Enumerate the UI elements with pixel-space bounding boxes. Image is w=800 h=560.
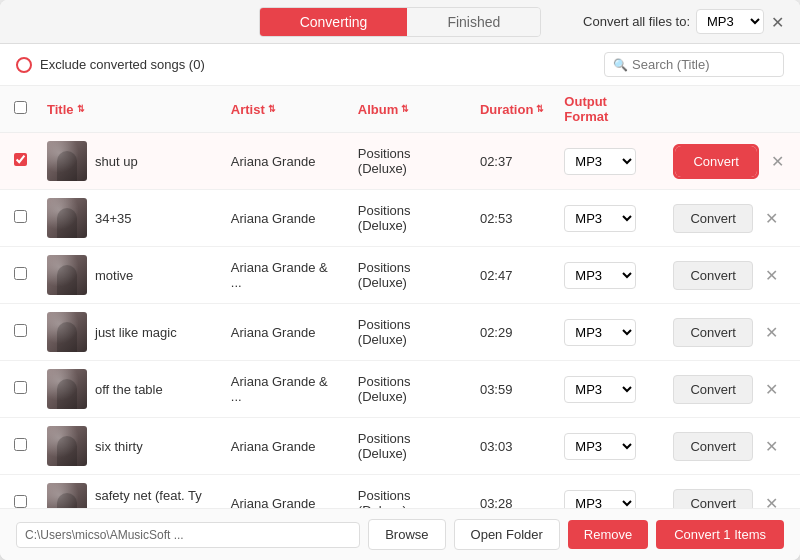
title-cell: 34+35 — [37, 190, 221, 247]
delete-button-7[interactable]: ✕ — [759, 492, 784, 509]
tab-converting[interactable]: Converting — [260, 8, 408, 36]
row-checkbox-7[interactable] — [14, 495, 27, 508]
album-sort-icon: ⇅ — [401, 104, 409, 114]
convert-button-7[interactable]: Convert — [673, 489, 753, 509]
convert-all-label: Convert all files to: — [583, 14, 690, 29]
convert-button-2[interactable]: Convert — [673, 204, 753, 233]
song-cell: just like magic — [47, 312, 211, 352]
convert-action-group: Convert✕ — [673, 375, 790, 404]
search-box[interactable]: 🔍 — [604, 52, 784, 77]
convert-button-4[interactable]: Convert — [673, 318, 753, 347]
row-checkbox-1[interactable] — [14, 153, 27, 166]
title-cell: motive — [37, 247, 221, 304]
tab-finished[interactable]: Finished — [407, 8, 540, 36]
checkbox-cell — [0, 475, 37, 509]
album-cell: Positions (Deluxe) — [348, 418, 470, 475]
table-row: shut up Ariana GrandePositions (Deluxe)0… — [0, 133, 800, 190]
song-title: motive — [95, 268, 133, 283]
delete-button-4[interactable]: ✕ — [759, 321, 784, 344]
duration-cell: 03:59 — [470, 361, 554, 418]
header-output-format: Output Format — [554, 86, 663, 133]
duration-cell: 02:37 — [470, 133, 554, 190]
convert-action-group: Convert✕ — [673, 261, 790, 290]
delete-button-5[interactable]: ✕ — [759, 378, 784, 401]
convert-btn-highlight-wrapper: Convert — [673, 144, 759, 179]
delete-button-1[interactable]: ✕ — [765, 150, 790, 173]
action-cell: Convert✕ — [663, 418, 800, 475]
convert-items-button[interactable]: Convert 1 Items — [656, 520, 784, 549]
action-cell: Convert✕ — [663, 361, 800, 418]
checkbox-cell — [0, 418, 37, 475]
artist-sort-icon: ⇅ — [268, 104, 276, 114]
remove-button[interactable]: Remove — [568, 520, 648, 549]
convert-all-format-select[interactable]: MP3 AAC FLAC WAV — [696, 9, 764, 34]
format-select-3[interactable]: MP3AACFLACWAV — [564, 262, 636, 289]
convert-button-6[interactable]: Convert — [673, 432, 753, 461]
format-select-4[interactable]: MP3AACFLACWAV — [564, 319, 636, 346]
duration-cell: 02:47 — [470, 247, 554, 304]
song-table: Title ⇅ Artist ⇅ Album ⇅ — [0, 86, 800, 508]
song-title: safety net (feat. Ty ... — [95, 488, 211, 508]
convert-all-section: Convert all files to: MP3 AAC FLAC WAV — [583, 9, 764, 34]
header-duration[interactable]: Duration ⇅ — [470, 86, 554, 133]
song-cell: motive — [47, 255, 211, 295]
title-cell: six thirty — [37, 418, 221, 475]
format-select-5[interactable]: MP3AACFLACWAV — [564, 376, 636, 403]
song-cell: off the table — [47, 369, 211, 409]
select-all-checkbox[interactable] — [14, 101, 27, 114]
title-sort-icon: ⇅ — [77, 104, 85, 114]
song-title: shut up — [95, 154, 138, 169]
delete-button-6[interactable]: ✕ — [759, 435, 784, 458]
album-art — [47, 255, 87, 295]
delete-button-3[interactable]: ✕ — [759, 264, 784, 287]
song-cell: safety net (feat. Ty ... — [47, 483, 211, 508]
song-title: off the table — [95, 382, 163, 397]
convert-button-1[interactable]: Convert — [677, 148, 755, 175]
search-icon: 🔍 — [613, 58, 628, 72]
table-row: six thirty Ariana GrandePositions (Delux… — [0, 418, 800, 475]
header-artist[interactable]: Artist ⇅ — [221, 86, 348, 133]
header-checkbox-cell — [0, 86, 37, 133]
search-input[interactable] — [632, 57, 775, 72]
convert-button-5[interactable]: Convert — [673, 375, 753, 404]
format-cell: MP3AACFLACWAV — [554, 190, 663, 247]
action-cell: Convert✕ — [663, 247, 800, 304]
title-cell: just like magic — [37, 304, 221, 361]
convert-button-3[interactable]: Convert — [673, 261, 753, 290]
format-cell: MP3AACFLACWAV — [554, 304, 663, 361]
row-checkbox-3[interactable] — [14, 267, 27, 280]
exclude-circle-icon — [16, 57, 32, 73]
close-button[interactable]: ✕ — [765, 10, 790, 33]
row-checkbox-4[interactable] — [14, 324, 27, 337]
title-cell: shut up — [37, 133, 221, 190]
album-cell: Positions (Deluxe) — [348, 304, 470, 361]
song-cell: 34+35 — [47, 198, 211, 238]
header-album[interactable]: Album ⇅ — [348, 86, 470, 133]
delete-button-2[interactable]: ✕ — [759, 207, 784, 230]
table-row: motive Ariana Grande & ...Positions (Del… — [0, 247, 800, 304]
format-select-2[interactable]: MP3AACFLACWAV — [564, 205, 636, 232]
artist-cell: Ariana Grande & ... — [221, 361, 348, 418]
tab-group: Converting Finished — [259, 7, 542, 37]
header-title[interactable]: Title ⇅ — [37, 86, 221, 133]
format-select-1[interactable]: MP3AACFLACWAV — [564, 148, 636, 175]
action-cell: Convert✕ — [663, 190, 800, 247]
album-art — [47, 312, 87, 352]
row-checkbox-5[interactable] — [14, 381, 27, 394]
song-title: 34+35 — [95, 211, 132, 226]
format-cell: MP3AACFLACWAV — [554, 418, 663, 475]
song-cell: six thirty — [47, 426, 211, 466]
album-art — [47, 198, 87, 238]
song-cell: shut up — [47, 141, 211, 181]
row-checkbox-6[interactable] — [14, 438, 27, 451]
format-select-6[interactable]: MP3AACFLACWAV — [564, 433, 636, 460]
album-art — [47, 369, 87, 409]
action-cell: Convert✕ — [663, 475, 800, 509]
format-select-7[interactable]: MP3AACFLACWAV — [564, 490, 636, 509]
row-checkbox-2[interactable] — [14, 210, 27, 223]
toolbar: Exclude converted songs (0) 🔍 — [0, 44, 800, 86]
song-title: six thirty — [95, 439, 143, 454]
open-folder-button[interactable]: Open Folder — [454, 519, 560, 550]
browse-button[interactable]: Browse — [368, 519, 445, 550]
duration-cell: 03:03 — [470, 418, 554, 475]
